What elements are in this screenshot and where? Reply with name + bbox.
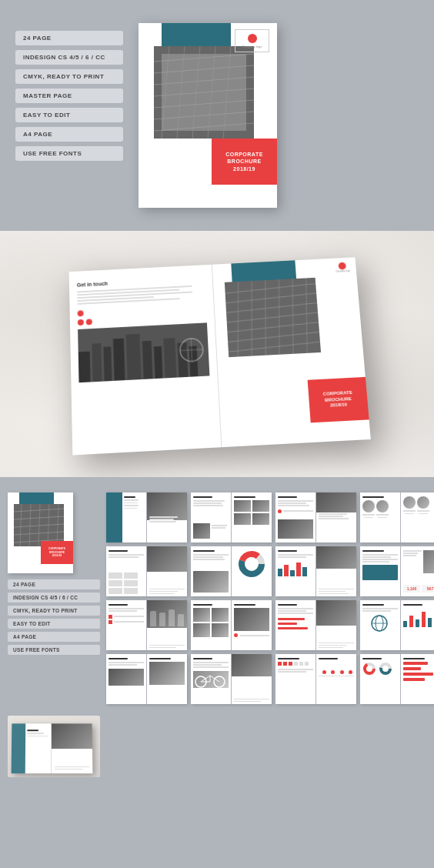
spreads-row-2: 1,100 567: [106, 546, 434, 596]
spreads-row-4: [106, 654, 434, 704]
right-cover-title: CORPORATEBROCHURE2018/19: [322, 390, 353, 410]
right-red-box: CORPORATEBROCHURE2018/19: [308, 377, 369, 423]
cover-title: CORPORATEBROCHURE2018/19: [225, 151, 263, 172]
right-building: [225, 278, 321, 357]
cover-logo-area: Company logo: [235, 29, 269, 52]
top-section: 24 PAGE INDESIGN CS 4/5 / 6 / CC CMYK, R…: [0, 0, 434, 231]
brochure-right-page: Company logo CORPORATEBROCHURE2018/19: [212, 257, 371, 447]
spread-3-right: [316, 492, 356, 542]
svg-rect-17: [103, 346, 112, 381]
brochure-cover: Company logo CORPORATEBROCHURE2018/19: [139, 23, 277, 208]
bottom-feature-2: INDESIGN CS 4/5 / 6 / CC: [8, 593, 100, 603]
feature-tag-4: MASTER PAGE: [15, 88, 123, 103]
svg-rect-15: [78, 352, 91, 382]
bottom-feature-1: 24 PAGE: [8, 579, 100, 589]
svg-rect-22: [163, 338, 176, 378]
feature-tag-5: EASY TO EDIT: [15, 108, 123, 122]
spread-6-left: [191, 546, 231, 596]
spread-9: [106, 600, 187, 650]
cover-red-box: CORPORATEBROCHURE2018/19: [212, 139, 277, 185]
spreads-container: 1,100 567: [106, 492, 434, 704]
spread-6-right: [232, 546, 272, 596]
spread-7-left: [275, 546, 315, 596]
city-skyline-svg: [78, 322, 209, 382]
spread-8-left: [360, 546, 400, 596]
small-open-left: [12, 723, 52, 773]
spread-8: 1,100 567: [360, 546, 434, 596]
spread-5: [106, 546, 187, 596]
spread-7-right: [316, 546, 356, 596]
spread-11-left: [275, 600, 315, 650]
spread-11-right: [316, 600, 356, 650]
mini-cover: CORPORATEBROCHURE2018/19: [8, 492, 73, 573]
spread-16: [360, 654, 434, 704]
small-open-inner: [12, 723, 93, 773]
spread-12-right: [401, 600, 434, 650]
spread-5-right: [147, 546, 187, 596]
city-image: [78, 322, 209, 382]
brochure-left-page: Get in touch: [69, 265, 222, 456]
spread-13: [106, 654, 187, 704]
spread-13-right: [147, 654, 187, 704]
spread-12: [360, 600, 434, 650]
small-open-brochure: [8, 716, 100, 777]
right-logo-icon: [339, 262, 347, 270]
svg-rect-21: [154, 346, 163, 379]
feature-tag-1: 24 PAGE: [15, 31, 123, 45]
spread-4-right: [401, 492, 434, 542]
spread-5-left: [106, 546, 146, 596]
spread-15-right: [316, 654, 356, 704]
bottom-row: CORPORATEBROCHURE2018/19 24 PAGE INDESIG…: [8, 492, 426, 704]
bottom-extra-row: [8, 712, 426, 777]
bottom-feature-4: EASY TO EDIT: [8, 619, 100, 629]
spread-14: [191, 654, 272, 704]
spread-13-left: [106, 654, 146, 704]
spread-4: [360, 492, 434, 542]
spread-7: [275, 546, 356, 596]
spread-16-left: [360, 654, 400, 704]
svg-rect-20: [142, 341, 153, 379]
svg-rect-19: [126, 334, 142, 380]
text-lines: [77, 285, 205, 305]
cover-logo-text: Company logo: [242, 45, 262, 48]
spread-9-left: [106, 600, 146, 650]
cover-logo-icon: [248, 34, 257, 43]
bottom-feature-3: CMYK, READY TO PRINT: [8, 606, 100, 616]
spreads-row-1: [106, 492, 434, 542]
feature-tag-6: A4 PAGE: [15, 127, 123, 142]
feature-tag-3: CMYK, READY TO PRINT: [15, 69, 123, 84]
spread-2: [191, 492, 272, 542]
svg-rect-16: [92, 343, 102, 382]
svg-rect-18: [113, 339, 125, 381]
bottom-features-list: 24 PAGE INDESIGN CS 4/5 / 6 / CC CMYK, R…: [8, 579, 100, 655]
spread-9-right: [147, 600, 187, 650]
right-logo-area: Company logo: [335, 262, 350, 272]
bottom-feature-6: USE FREE FONTS: [8, 645, 100, 655]
right-building-svg: [225, 278, 321, 357]
spread-16-right: [401, 654, 434, 704]
spread-11: [275, 600, 356, 650]
mini-building-svg: [14, 504, 64, 546]
red-dot-1: [78, 310, 84, 316]
spread-3-left: [275, 492, 315, 542]
spread-15-left: [275, 654, 315, 704]
spread-6: [191, 546, 272, 596]
spreads-row-3: [106, 600, 434, 650]
spread-2-left: [191, 492, 231, 542]
building-svg: [154, 46, 254, 139]
spread-3: [275, 492, 356, 542]
cover-building-image: [154, 46, 254, 139]
spread-10-right: [232, 600, 272, 650]
bottom-left-col: CORPORATEBROCHURE2018/19 24 PAGE INDESIG…: [8, 492, 100, 655]
open-brochure: Get in touch: [69, 257, 371, 455]
feature-tag-2: INDESIGN CS 4/5 / 6 / CC: [15, 50, 123, 65]
spread-15: [275, 654, 356, 704]
spread-14-right: [232, 654, 272, 704]
small-open-right: [52, 723, 92, 773]
middle-section: Get in touch: [0, 231, 434, 477]
spread-10-left: [191, 600, 231, 650]
mini-cover-title: CORPORATEBROCHURE2018/19: [48, 547, 65, 558]
spread-14-left: [191, 654, 231, 704]
spread-12-left: [360, 600, 400, 650]
spread-1-right: [147, 492, 187, 542]
